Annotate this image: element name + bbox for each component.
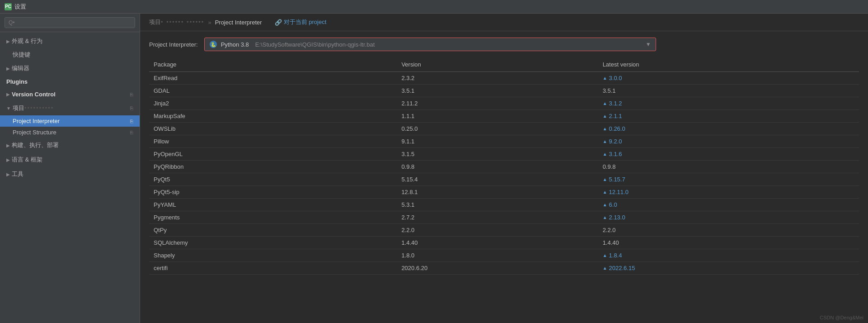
- sidebar-item-label: 项目••••••••••: [13, 104, 54, 112]
- table-row[interactable]: PyQt5-sip12.8.1▲12.11.0: [149, 186, 859, 199]
- title-bar-text: 设置: [14, 3, 26, 11]
- up-arrow-icon: ▲: [603, 190, 607, 195]
- package-version: 2.3.2: [397, 72, 598, 85]
- search-bar: [0, 14, 140, 32]
- package-latest: 2.2.0: [598, 224, 859, 237]
- col-package: Package: [149, 57, 397, 72]
- breadcrumb-action-text: 对于当前 project: [284, 18, 327, 26]
- version-up: ▲2022.6.15: [603, 265, 854, 271]
- sidebar-item-build[interactable]: ▶ 构建、执行、部署: [0, 138, 140, 152]
- package-latest: ▲6.0: [598, 199, 859, 211]
- table-row[interactable]: OWSLib0.25.0▲0.26.0: [149, 123, 859, 135]
- interpreter-dropdown[interactable]: 🐍 Python 3.8 E:\StudySoftware\QGIS\bin\p…: [204, 38, 656, 51]
- version-up: ▲6.0: [603, 201, 854, 208]
- package-name: SQLAlchemy: [149, 237, 397, 249]
- package-version: 2.7.2: [397, 211, 598, 224]
- package-name: Pillow: [149, 135, 397, 148]
- package-latest: ▲3.0.0: [598, 72, 859, 85]
- table-row[interactable]: PyYAML5.3.1▲6.0: [149, 199, 859, 211]
- sidebar-item-label: Version Control: [12, 91, 56, 98]
- breadcrumb-separator: »: [208, 19, 211, 26]
- package-latest: ▲3.1.6: [598, 148, 859, 161]
- copy-icon: ⎘: [130, 92, 133, 97]
- table-row[interactable]: GDAL3.5.13.5.1: [149, 85, 859, 97]
- sidebar: ▶ 外观 & 行为 快捷键 ▶ 编辑器 Plugins: [0, 14, 140, 323]
- dropdown-arrow-icon: ▼: [646, 41, 651, 48]
- up-arrow-icon: ▲: [603, 177, 607, 182]
- arrow-icon: ▶: [6, 92, 10, 97]
- package-name: Pygments: [149, 211, 397, 224]
- version-up: ▲0.26.0: [603, 125, 854, 132]
- sidebar-item-keymap[interactable]: 快捷键: [0, 48, 140, 61]
- up-arrow-icon: ▲: [603, 126, 607, 131]
- package-latest: ▲9.2.0: [598, 135, 859, 148]
- package-name: PyOpenGL: [149, 148, 397, 161]
- up-arrow-icon: ▲: [603, 101, 607, 106]
- arrow-icon: ▶: [6, 66, 10, 71]
- table-row[interactable]: PyOpenGL3.1.5▲3.1.6: [149, 148, 859, 161]
- package-name: PyYAML: [149, 199, 397, 211]
- package-name: QtPy: [149, 224, 397, 237]
- sidebar-item-plugins[interactable]: Plugins: [0, 76, 140, 88]
- sidebar-item-appearance[interactable]: ▶ 外观 & 行为: [0, 34, 140, 48]
- sidebar-item-project-structure[interactable]: Project Structure ⎘: [0, 127, 140, 138]
- search-input[interactable]: [5, 17, 135, 28]
- sidebar-item-language[interactable]: ▶ 语言 & 框架: [0, 152, 140, 167]
- table-row[interactable]: QtPy2.2.02.2.0: [149, 224, 859, 237]
- table-row[interactable]: Pillow9.1.1▲9.2.0: [149, 135, 859, 148]
- table-row[interactable]: PyQRibbon0.9.80.9.8: [149, 161, 859, 173]
- sidebar-item-label: 快捷键: [13, 51, 30, 59]
- sidebar-item-project-interpreter[interactable]: Project Interpreter ⎘: [0, 115, 140, 127]
- version-up: ▲3.1.6: [603, 151, 854, 157]
- table-row[interactable]: certifi2020.6.20▲2022.6.15: [149, 262, 859, 275]
- package-version: 0.25.0: [397, 123, 598, 135]
- sidebar-item-editor[interactable]: ▶ 编辑器: [0, 61, 140, 76]
- package-latest: ▲1.8.4: [598, 249, 859, 262]
- sidebar-item-project[interactable]: ▼ 项目•••••••••• ⎘: [0, 101, 140, 115]
- link-icon: 🔗: [275, 19, 282, 26]
- interpreter-section: Project Interpreter: 🐍 Python 3.8 E:\Stu…: [140, 31, 868, 57]
- package-latest: 3.5.1: [598, 85, 859, 97]
- version-up: ▲2.13.0: [603, 214, 854, 221]
- version-up: ▲3.0.0: [603, 75, 854, 81]
- sidebar-item-label: Plugins: [6, 78, 28, 85]
- up-arrow-icon: ▲: [603, 152, 607, 157]
- sidebar-item-label: 工具: [12, 170, 23, 178]
- package-latest: ▲5.15.7: [598, 173, 859, 186]
- package-version: 1.1.1: [397, 110, 598, 123]
- package-name: Shapely: [149, 249, 397, 262]
- arrow-icon: ▼: [6, 106, 11, 111]
- table-row[interactable]: Pygments2.7.2▲2.13.0: [149, 211, 859, 224]
- package-version: 12.8.1: [397, 186, 598, 199]
- table-row[interactable]: SQLAlchemy1.4.401.4.40: [149, 237, 859, 249]
- sidebar-item-label: Project Structure: [13, 129, 56, 136]
- package-version: 2020.6.20: [397, 262, 598, 275]
- package-name: PyQt5: [149, 173, 397, 186]
- package-latest: 1.4.40: [598, 237, 859, 249]
- sidebar-item-label: 编辑器: [12, 64, 29, 72]
- package-latest: ▲3.1.2: [598, 97, 859, 110]
- table-row[interactable]: MarkupSafe1.1.1▲2.1.1: [149, 110, 859, 123]
- sidebar-item-label: 外观 & 行为: [12, 37, 42, 45]
- up-arrow-icon: ▲: [603, 202, 607, 207]
- table-row[interactable]: Shapely1.8.0▲1.8.4: [149, 249, 859, 262]
- sidebar-item-tools[interactable]: ▶ 工具: [0, 167, 140, 181]
- col-latest: Latest version: [598, 57, 859, 72]
- package-latest: ▲2022.6.15: [598, 262, 859, 275]
- up-arrow-icon: ▲: [603, 76, 607, 81]
- packages-table: Package Version Latest version ExifRead2…: [149, 57, 859, 275]
- arrow-icon: ▶: [6, 172, 10, 177]
- table-row[interactable]: PyQt55.15.4▲5.15.7: [149, 173, 859, 186]
- package-version: 9.1.1: [397, 135, 598, 148]
- interpreter-path: E:\StudySoftware\QGIS\bin\python-qgis-lt…: [255, 41, 375, 48]
- sidebar-item-label: 构建、执行、部署: [12, 141, 59, 149]
- breadcrumb-current: Project Interpreter: [215, 19, 262, 26]
- version-up: ▲12.11.0: [603, 189, 854, 195]
- breadcrumb-action[interactable]: 🔗 对于当前 project: [275, 18, 327, 26]
- package-version: 1.8.0: [397, 249, 598, 262]
- table-row[interactable]: Jinja22.11.2▲3.1.2: [149, 97, 859, 110]
- sidebar-item-version-control[interactable]: ▶ Version Control ⎘: [0, 88, 140, 101]
- package-version: 1.4.40: [397, 237, 598, 249]
- sidebar-nav: ▶ 外观 & 行为 快捷键 ▶ 编辑器 Plugins: [0, 32, 140, 323]
- table-row[interactable]: ExifRead2.3.2▲3.0.0: [149, 72, 859, 85]
